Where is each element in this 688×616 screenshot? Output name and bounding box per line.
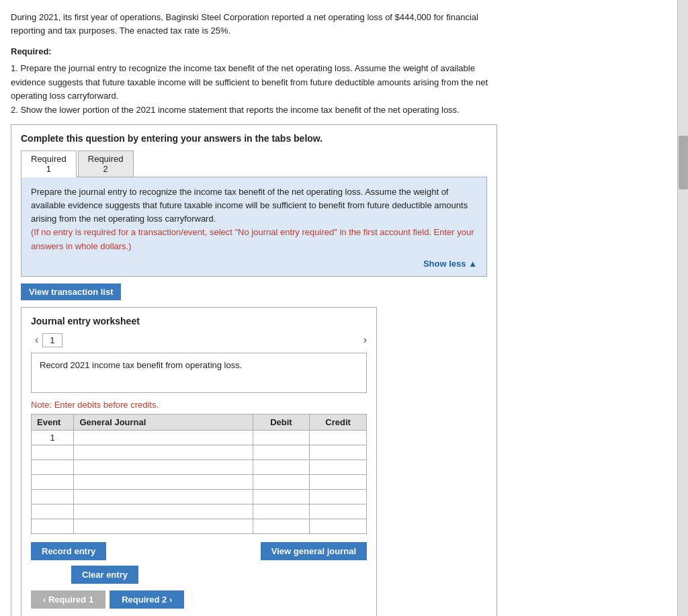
- table-row: [32, 504, 367, 519]
- gj-input-2[interactable]: [74, 445, 252, 459]
- gj-cell-1[interactable]: [74, 430, 253, 445]
- complete-box: Complete this question by entering your …: [11, 124, 497, 616]
- debit-input-5[interactable]: [253, 490, 310, 504]
- bottom-tab-prev[interactable]: ‹ Required 1: [31, 590, 105, 609]
- entry-description-box: Record 2021 income tax benefit from oper…: [31, 353, 367, 393]
- instructions-text2-red: (If no entry is required for a transacti…: [31, 227, 474, 251]
- clear-entry-button[interactable]: Clear entry: [71, 566, 138, 584]
- bottom-tab-next[interactable]: Required 2 ›: [110, 590, 184, 609]
- gj-input-3[interactable]: [74, 460, 252, 474]
- gj-cell-5[interactable]: [74, 489, 253, 504]
- gj-cell-3[interactable]: [74, 459, 253, 474]
- debit-input-3[interactable]: [253, 460, 310, 474]
- journal-worksheet: Journal entry worksheet ‹ 1 › Record 202…: [21, 307, 377, 616]
- credit-cell-3[interactable]: [310, 459, 367, 474]
- view-general-journal-button[interactable]: View general journal: [261, 542, 367, 560]
- credit-cell-4[interactable]: [310, 474, 367, 489]
- credit-cell-7[interactable]: [310, 519, 367, 533]
- event-cell-3: [32, 459, 74, 474]
- credit-input-4[interactable]: [310, 475, 366, 489]
- credit-cell-5[interactable]: [310, 489, 367, 504]
- credit-cell-6[interactable]: [310, 504, 367, 519]
- table-row: [32, 489, 367, 504]
- instructions-text1: Prepare the journal entry to recognize t…: [31, 185, 477, 226]
- nav-row: ‹ 1 ›: [31, 333, 367, 347]
- credit-input-6[interactable]: [310, 504, 366, 519]
- required-item-1: 1. Prepare the journal entry to recogniz…: [11, 62, 497, 103]
- intro-text: During 2021, its first year of operation…: [11, 11, 497, 37]
- gj-input-7[interactable]: [74, 519, 252, 533]
- required-heading: Required:: [11, 45, 497, 59]
- event-cell-4: [32, 474, 74, 489]
- bottom-tabs-row: ‹ Required 1 Required 2 ›: [31, 590, 367, 609]
- debit-input-4[interactable]: [253, 475, 310, 489]
- table-row: [32, 459, 367, 474]
- show-less-button[interactable]: Show less ▲: [31, 257, 477, 271]
- col-header-event: Event: [32, 414, 74, 430]
- table-row: [32, 519, 367, 533]
- instructions-box: Prepare the journal entry to recognize t…: [21, 177, 487, 277]
- nav-next-arrow[interactable]: ›: [363, 334, 367, 346]
- debit-input-6[interactable]: [253, 504, 310, 519]
- journal-table: Event General Journal Debit Credit 1: [31, 414, 367, 534]
- table-row: [32, 474, 367, 489]
- nav-number-box: 1: [42, 333, 62, 347]
- debit-cell-7[interactable]: [253, 519, 310, 533]
- table-row: [32, 445, 367, 459]
- col-header-debit: Debit: [253, 414, 310, 430]
- record-entry-button[interactable]: Record entry: [31, 542, 106, 560]
- tab-required-1[interactable]: Required1: [21, 150, 77, 177]
- gj-input-5[interactable]: [74, 490, 252, 504]
- journal-worksheet-title: Journal entry worksheet: [31, 316, 367, 326]
- debit-cell-4[interactable]: [253, 474, 310, 489]
- nav-prev-arrow[interactable]: ‹: [31, 334, 42, 346]
- tabs-row: Required1 Required2: [21, 150, 487, 177]
- debit-cell-3[interactable]: [253, 459, 310, 474]
- event-cell-6: [32, 504, 74, 519]
- credit-input-2[interactable]: [310, 445, 366, 459]
- credit-cell-1[interactable]: [310, 430, 367, 445]
- note-text: Note: Enter debits before credits.: [31, 400, 367, 410]
- credit-input-1[interactable]: [310, 431, 366, 445]
- gj-cell-2[interactable]: [74, 445, 253, 459]
- credit-input-7[interactable]: [310, 519, 366, 533]
- debit-cell-5[interactable]: [253, 489, 310, 504]
- required-section: Required: 1. Prepare the journal entry t…: [11, 45, 497, 118]
- view-transaction-button[interactable]: View transaction list: [21, 283, 121, 300]
- event-cell-2: [32, 445, 74, 459]
- event-cell-1: 1: [32, 430, 74, 445]
- credit-input-5[interactable]: [310, 490, 366, 504]
- event-cell-7: [32, 519, 74, 533]
- col-header-gj: General Journal: [74, 414, 253, 430]
- debit-cell-2[interactable]: [253, 445, 310, 459]
- table-row: 1: [32, 430, 367, 445]
- event-cell-5: [32, 489, 74, 504]
- debit-cell-1[interactable]: [253, 430, 310, 445]
- gj-cell-6[interactable]: [74, 504, 253, 519]
- gj-cell-4[interactable]: [74, 474, 253, 489]
- debit-input-7[interactable]: [253, 519, 310, 533]
- credit-cell-2[interactable]: [310, 445, 367, 459]
- complete-box-title: Complete this question by entering your …: [21, 133, 487, 144]
- credit-input-3[interactable]: [310, 460, 366, 474]
- col-header-credit: Credit: [310, 414, 367, 430]
- gj-input-6[interactable]: [74, 504, 252, 519]
- tab-required-2[interactable]: Required2: [78, 150, 134, 177]
- required-item-2: 2. Show the lower portion of the 2021 in…: [11, 103, 497, 118]
- debit-input-1[interactable]: [253, 431, 310, 445]
- scrollbar[interactable]: [677, 0, 688, 616]
- debit-input-2[interactable]: [253, 445, 310, 459]
- gj-cell-7[interactable]: [74, 519, 253, 533]
- debit-cell-6[interactable]: [253, 504, 310, 519]
- gj-input-4[interactable]: [74, 475, 252, 489]
- gj-input-1[interactable]: [74, 431, 252, 445]
- scrollbar-thumb[interactable]: [679, 136, 688, 189]
